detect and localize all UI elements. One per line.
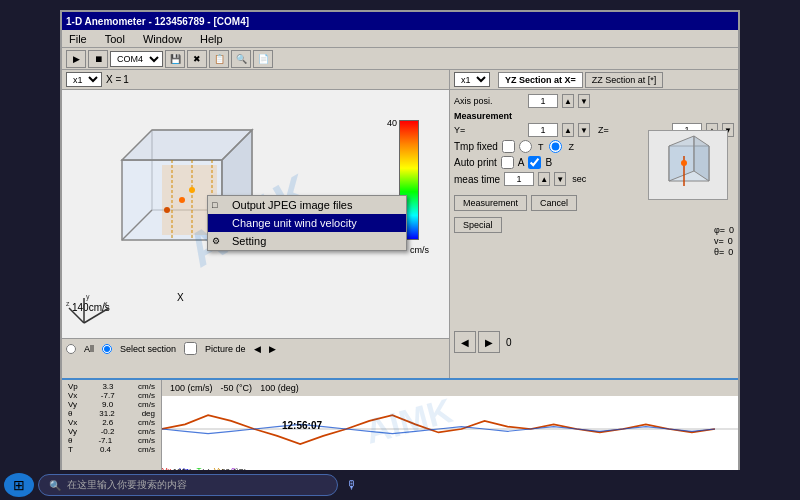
context-menu: □ Output JPEG image files Change unit wi… xyxy=(207,195,407,251)
cancel-btn[interactable]: Cancel xyxy=(531,195,577,211)
meas-time-up[interactable]: ▲ xyxy=(538,172,550,186)
phi-value: 0 xyxy=(729,225,734,235)
tmp-t-label: T xyxy=(538,142,544,152)
tab-xz[interactable]: ZZ Section at [*] xyxy=(585,72,664,88)
toolbar-btn-6[interactable]: 📄 xyxy=(253,50,273,68)
vp-unit: cm/s xyxy=(138,382,155,391)
start-button[interactable]: ⊞ xyxy=(4,473,34,497)
axis-pos-down[interactable]: ▼ xyxy=(578,94,590,108)
special-btn[interactable]: Special xyxy=(454,217,502,233)
svg-text:y: y xyxy=(86,293,90,301)
svg-text:z: z xyxy=(66,300,70,307)
meas-time-down[interactable]: ▼ xyxy=(554,172,566,186)
toolbar-btn-copy[interactable]: 📋 xyxy=(209,50,229,68)
graph-label-2: -50 (°C) xyxy=(221,383,253,393)
auto-b-label: B xyxy=(545,157,552,168)
graph-label-1: 100 (cm/s) xyxy=(170,383,213,393)
auto-print-a[interactable] xyxy=(501,156,514,169)
axis-svg: x z y xyxy=(64,293,114,333)
tmp-radio-z[interactable] xyxy=(549,140,562,153)
toolbar-btn-1[interactable]: ▶ xyxy=(66,50,86,68)
svg-line-13 xyxy=(69,308,84,323)
vx6-value: -7.1 xyxy=(98,436,112,445)
vx6-label: θ xyxy=(68,436,72,445)
phi-row: φ= 0 xyxy=(714,225,734,235)
viz-area: 40 0 cm/s □ Output JPEG image files Chan xyxy=(62,90,449,338)
toolbar-btn-save[interactable]: 💾 xyxy=(165,50,185,68)
x-label: X = xyxy=(106,74,121,85)
axis-pos-input[interactable] xyxy=(528,94,558,108)
vx7-value: 0.4 xyxy=(100,445,111,454)
vx3-value: 31.2 xyxy=(99,409,115,418)
y-up[interactable]: ▲ xyxy=(562,123,574,137)
section-tabs: YZ Section at X= ZZ Section at [*] xyxy=(498,72,663,88)
menu-help[interactable]: Help xyxy=(197,33,226,45)
axis-pos-up[interactable]: ▲ xyxy=(562,94,574,108)
toolbar: ▶ ⏹ COM4 💾 ✖ 📋 🔍 📄 xyxy=(62,48,738,70)
context-menu-wind[interactable]: Change unit wind velocity xyxy=(208,214,406,232)
right-header: x1 YZ Section at X= ZZ Section at [*] xyxy=(450,70,738,90)
vx7-label: T xyxy=(68,445,73,454)
setting-icon: ⚙ xyxy=(212,236,220,246)
context-menu-setting[interactable]: ⚙ Setting xyxy=(208,232,406,250)
vx4-unit: cm/s xyxy=(138,418,155,427)
select-radio[interactable] xyxy=(102,344,112,354)
phi-label: φ= xyxy=(714,225,725,235)
tab-yz[interactable]: YZ Section at X= xyxy=(498,72,583,88)
measurement-label: Measurement xyxy=(454,111,734,121)
vx3-row: θ 31.2 deg xyxy=(66,409,157,418)
scale-unit: cm/s xyxy=(410,245,429,255)
context-menu-jpeg[interactable]: □ Output JPEG image files xyxy=(208,196,406,214)
nav-prev[interactable]: ◀ xyxy=(454,331,476,353)
vx1-row: Vx -7.7 cm/s xyxy=(66,391,157,400)
auto-a-label: A xyxy=(518,157,525,168)
vx1-label: Vx xyxy=(68,391,77,400)
bottom-controls: All Select section Picture de ◀ ▶ xyxy=(62,338,449,358)
vx2-label: Vy xyxy=(68,400,77,409)
toolbar-btn-5[interactable]: 🔍 xyxy=(231,50,251,68)
x-value: 1 xyxy=(123,74,129,85)
toolbar-btn-2[interactable]: ⏹ xyxy=(88,50,108,68)
all-label: All xyxy=(84,344,94,354)
vx2-row: Vy 9.0 cm/s xyxy=(66,400,157,409)
vx2-unit: cm/s xyxy=(138,400,155,409)
svg-point-22 xyxy=(681,160,687,166)
vx4-value: 2.6 xyxy=(102,418,113,427)
menu-tool[interactable]: Tool xyxy=(102,33,128,45)
tmp-fixed-check[interactable] xyxy=(502,140,515,153)
auto-print-b[interactable] xyxy=(528,156,541,169)
menu-file[interactable]: File xyxy=(66,33,90,45)
vp-label: Vp xyxy=(68,382,78,391)
vx7-row: T 0.4 cm/s xyxy=(66,445,157,454)
time-display: 12:56:07 xyxy=(282,420,322,431)
com-select[interactable]: COM4 xyxy=(110,51,163,67)
vx3-label: θ xyxy=(68,409,72,418)
right-dropdown[interactable]: x1 xyxy=(454,72,490,87)
window-title: 1-D Anemometer - 123456789 - [COM4] xyxy=(66,16,249,27)
vx5-label: Vy xyxy=(68,427,77,436)
tmp-radio-t[interactable] xyxy=(519,140,532,153)
y-down[interactable]: ▼ xyxy=(578,123,590,137)
theta-label: θ= xyxy=(714,247,724,257)
left-dropdown[interactable]: x1 xyxy=(66,72,102,87)
scroll-right[interactable]: ▶ xyxy=(269,344,276,354)
menu-window[interactable]: Window xyxy=(140,33,185,45)
axis-pos-label: Axis posi. xyxy=(454,96,524,106)
jpeg-icon: □ xyxy=(212,200,217,210)
vp-row: Vp 3.3 cm/s xyxy=(66,382,157,391)
graph-area: 100 (cm/s) -50 (°C) 100 (deg) Vx Vz T Vy… xyxy=(162,380,738,478)
nav-next[interactable]: ▶ xyxy=(478,331,500,353)
menu-bar: File Tool Window Help xyxy=(62,30,738,48)
y-input[interactable] xyxy=(528,123,558,137)
mic-icon[interactable]: 🎙 xyxy=(346,478,358,492)
taskbar-search[interactable]: 🔍 在这里输入你要搜索的内容 xyxy=(38,474,338,496)
picture-check[interactable] xyxy=(184,342,197,355)
auto-print-label: Auto print xyxy=(454,157,497,168)
select-label: Select section xyxy=(120,344,176,354)
all-radio[interactable] xyxy=(66,344,76,354)
scroll-left[interactable]: ◀ xyxy=(254,344,261,354)
meas-time-input[interactable] xyxy=(504,172,534,186)
graph-labels: 100 (cm/s) -50 (°C) 100 (deg) xyxy=(162,380,738,396)
toolbar-btn-close[interactable]: ✖ xyxy=(187,50,207,68)
measurement-btn[interactable]: Measurement xyxy=(454,195,527,211)
